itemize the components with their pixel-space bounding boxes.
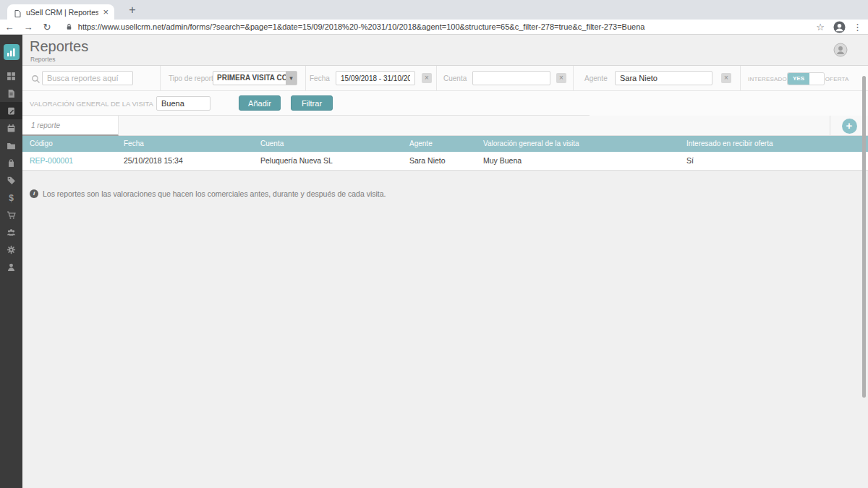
tipo-de-reporte-label: Tipo de reporte <box>169 74 217 82</box>
column-header: Interesado en recibir oferta <box>679 136 868 152</box>
tipo-de-reporte-select[interactable]: PRIMERA VISITA COMERCIAL ▾ <box>213 71 297 85</box>
divider <box>305 66 306 90</box>
fecha-input[interactable] <box>336 71 415 85</box>
cuenta-clear-icon[interactable]: × <box>556 73 566 83</box>
column-header: Código <box>22 136 116 152</box>
user-avatar[interactable] <box>833 43 848 60</box>
divider <box>573 66 574 90</box>
cuenta-label: Cuenta <box>443 74 467 82</box>
sidebar-item-calendar[interactable] <box>0 119 22 137</box>
scrollbar-thumb[interactable] <box>862 76 866 398</box>
app-logo[interactable] <box>4 44 20 60</box>
table-cell: 25/10/2018 15:34 <box>116 152 253 170</box>
agente-clear-icon[interactable]: × <box>721 73 731 83</box>
agente-input[interactable] <box>615 71 712 85</box>
sidebar-item-sales[interactable]: $ <box>0 189 22 206</box>
browser-toolbar: ← → ↻ https://www.usellcrm.net/admin/for… <box>0 20 868 35</box>
page-title: Reportes <box>30 38 88 55</box>
tipo-de-reporte-value: PRIMERA VISITA COMERCIAL <box>213 72 286 85</box>
search-input[interactable] <box>42 71 133 85</box>
back-button[interactable]: ← <box>0 22 19 33</box>
sidebar-item-folders[interactable] <box>0 137 22 154</box>
column-header: Fecha <box>116 136 253 152</box>
column-header: Valoración general de la visita <box>476 136 679 152</box>
app-window: $ Reportes Reportes Tipo de reporte PRIM… <box>0 35 868 488</box>
table-body: REP-00000125/10/2018 15:34Peluquería Nue… <box>22 152 868 171</box>
sidebar-item-customers[interactable] <box>0 223 22 241</box>
shopping-cart-icon <box>7 210 16 220</box>
results-count-label: 1 reporte <box>31 121 60 129</box>
cuenta-input[interactable] <box>472 71 550 85</box>
browser-tab[interactable]: uSell CRM | Reportes × <box>7 4 114 20</box>
table-cell: Peluquería Nueva SL <box>253 152 402 170</box>
new-tab-button[interactable]: + <box>124 2 140 18</box>
folder-icon <box>7 141 16 150</box>
table-cell: Muy Buena <box>476 152 679 170</box>
person-icon <box>7 262 16 272</box>
interesado-toggle[interactable]: YES <box>788 73 824 85</box>
sidebar-item-products[interactable] <box>0 154 22 171</box>
sidebar-item-profile[interactable] <box>0 258 22 275</box>
chevron-down-icon[interactable]: ▾ <box>286 72 297 85</box>
sidebar: $ <box>0 35 22 488</box>
main-content: Reportes Reportes Tipo de reporte PRIMER… <box>22 35 868 488</box>
reload-button[interactable]: ↻ <box>38 22 56 33</box>
browser-tab-strip: uSell CRM | Reportes × + <box>0 0 868 20</box>
table-header-row: CódigoFechaCuentaAgenteValoración genera… <box>22 136 868 152</box>
sidebar-item-orders[interactable] <box>0 206 22 223</box>
users-group-icon <box>7 228 16 237</box>
agente-label: Agente <box>584 74 608 82</box>
page-favicon-icon <box>13 8 22 17</box>
filter-bar-row2: VALORACIÓN GENERAL DE LA VISITA Añadir F… <box>22 91 868 116</box>
svg-text:$: $ <box>9 193 14 202</box>
breadcrumb: Reportes <box>30 56 56 63</box>
dollar-icon: $ <box>7 193 16 202</box>
dashboard-grid-icon <box>7 72 16 81</box>
info-icon: i <box>30 189 38 198</box>
search-icon <box>31 74 41 87</box>
divider <box>436 66 437 90</box>
sidebar-item-documents[interactable] <box>0 85 22 102</box>
info-note: i Los reportes son las valoraciones que … <box>22 189 868 198</box>
table-row[interactable]: REP-00000125/10/2018 15:34Peluquería Nue… <box>22 152 868 171</box>
page-header: Reportes Reportes <box>22 35 868 66</box>
gear-icon <box>7 245 16 254</box>
results-tab-strip: 1 reporte + <box>22 116 868 136</box>
document-pen-icon <box>7 89 16 98</box>
sidebar-item-reports[interactable] <box>0 102 22 119</box>
forward-button[interactable]: → <box>19 22 38 33</box>
table-cell: Sara Nieto <box>402 152 476 170</box>
browser-menu-icon[interactable]: ⋮ <box>853 22 862 33</box>
fecha-label: Fecha <box>310 74 330 82</box>
results-count-tab[interactable]: 1 reporte <box>22 116 119 136</box>
table-cell: Sí <box>679 152 868 170</box>
calendar-icon <box>7 124 16 133</box>
notepad-icon <box>7 106 16 116</box>
toggle-yes-label: YES <box>788 73 809 85</box>
sidebar-item-tags[interactable] <box>0 171 22 189</box>
column-header: Cuenta <box>253 136 402 152</box>
divider <box>160 66 161 90</box>
valoracion-input[interactable] <box>156 96 210 111</box>
report-code-link[interactable]: REP-000001 <box>22 152 116 170</box>
toggle-knob <box>809 73 824 85</box>
fecha-clear-icon[interactable]: × <box>422 73 432 83</box>
anadir-button[interactable]: Añadir <box>239 95 281 111</box>
info-text: Los reportes son las valoraciones que ha… <box>43 189 386 198</box>
sidebar-item-settings[interactable] <box>0 241 22 258</box>
shopping-bag-icon <box>7 158 16 168</box>
tab-close-icon[interactable]: × <box>103 7 109 17</box>
tab-title: uSell CRM | Reportes <box>26 8 98 17</box>
divider <box>740 66 741 90</box>
column-header: Agente <box>402 136 476 152</box>
filter-bar: Tipo de reporte PRIMERA VISITA COMERCIAL… <box>22 66 868 91</box>
browser-profile-icon[interactable] <box>833 21 846 33</box>
url-bar[interactable]: https://www.usellcrm.net/admin/forms/?se… <box>78 22 811 31</box>
filtrar-button[interactable]: Filtrar <box>291 95 333 111</box>
lock-icon <box>65 22 78 31</box>
price-tag-icon <box>7 176 16 185</box>
add-report-button[interactable]: + <box>842 119 857 134</box>
sidebar-item-dashboard[interactable] <box>0 67 22 85</box>
valoracion-label: VALORACIÓN GENERAL DE LA VISITA <box>30 100 153 108</box>
bookmark-star-icon[interactable]: ☆ <box>816 22 825 33</box>
